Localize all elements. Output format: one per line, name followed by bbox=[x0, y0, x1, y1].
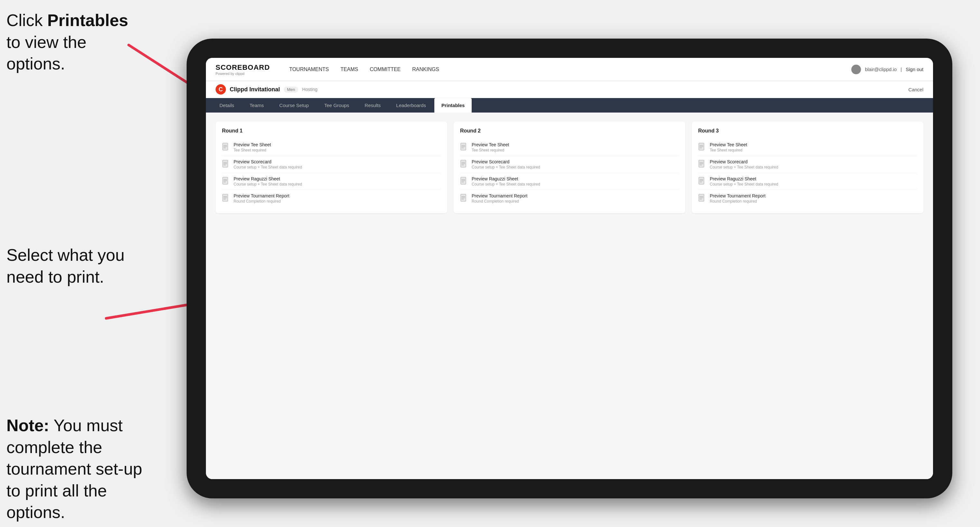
round-1-item-4[interactable]: Preview Tournament ReportRound Completio… bbox=[222, 190, 441, 207]
nav-rankings[interactable]: RANKINGS bbox=[412, 65, 439, 74]
round-2-item-2[interactable]: Preview ScorecardCourse setup + Tee Shee… bbox=[460, 156, 679, 173]
round-1-item-1-title: Preview Tee Sheet bbox=[234, 142, 271, 147]
round-1-item-3-subtitle: Course setup + Tee Sheet data required bbox=[234, 182, 302, 186]
document-icon bbox=[222, 177, 230, 186]
tablet-frame: SCOREBOARD Powered by clippd TOURNAMENTS… bbox=[187, 38, 952, 498]
round-1-title: Round 1 bbox=[222, 128, 441, 134]
user-email: blair@clippd.io bbox=[865, 67, 897, 72]
top-nav: SCOREBOARD Powered by clippd TOURNAMENTS… bbox=[206, 58, 933, 81]
top-nav-items: TOURNAMENTS TEAMS COMMITTEE RANKINGS bbox=[289, 65, 839, 74]
tab-teams[interactable]: Teams bbox=[243, 98, 271, 113]
tournament-info: C Clippd Invitational Men Hosting bbox=[216, 84, 318, 95]
sub-header: C Clippd Invitational Men Hosting Cancel bbox=[206, 81, 933, 98]
round-3-item-4[interactable]: Preview Tournament ReportRound Completio… bbox=[698, 190, 917, 207]
instruction-bottom: Note: You must complete the tournament s… bbox=[6, 415, 158, 524]
round-1-item-1-subtitle: Tee Sheet required bbox=[234, 148, 271, 152]
round-1-item-2-subtitle: Course setup + Tee Sheet data required bbox=[234, 165, 302, 170]
document-icon bbox=[222, 143, 230, 152]
instruction-mid: Select what you need to print. bbox=[6, 244, 151, 288]
round-1-item-4-subtitle: Round Completion required bbox=[234, 199, 289, 203]
round-2-item-3[interactable]: Preview Raguzzi SheetCourse setup + Tee … bbox=[460, 173, 679, 190]
round-1-item-3-title: Preview Raguzzi Sheet bbox=[234, 176, 302, 181]
round-1-item-2-text: Preview ScorecardCourse setup + Tee Shee… bbox=[234, 159, 302, 170]
round-2-section: Round 2 Preview Tee SheetTee Sheet requi… bbox=[453, 122, 685, 213]
round-3-item-3-title: Preview Raguzzi Sheet bbox=[710, 176, 778, 181]
round-2-item-1-text: Preview Tee SheetTee Sheet required bbox=[472, 142, 509, 152]
tournament-badge: Men bbox=[284, 86, 298, 93]
round-2-item-3-subtitle: Course setup + Tee Sheet data required bbox=[472, 182, 540, 186]
round-1-item-3-text: Preview Raguzzi SheetCourse setup + Tee … bbox=[234, 176, 302, 186]
document-icon bbox=[222, 160, 230, 169]
round-3-item-1-subtitle: Tee Sheet required bbox=[710, 148, 747, 152]
round-2-item-4-text: Preview Tournament ReportRound Completio… bbox=[472, 193, 527, 203]
round-3-item-3[interactable]: Preview Raguzzi SheetCourse setup + Tee … bbox=[698, 173, 917, 190]
round-3-item-2[interactable]: Preview ScorecardCourse setup + Tee Shee… bbox=[698, 156, 917, 173]
tablet-screen: SCOREBOARD Powered by clippd TOURNAMENTS… bbox=[206, 58, 933, 479]
round-1-item-2[interactable]: Preview ScorecardCourse setup + Tee Shee… bbox=[222, 156, 441, 173]
main-content: Round 1 Preview Tee SheetTee Sheet requi… bbox=[206, 113, 933, 479]
round-3-item-4-title: Preview Tournament Report bbox=[710, 193, 765, 198]
tab-details[interactable]: Details bbox=[212, 98, 241, 113]
tab-course-setup[interactable]: Course Setup bbox=[272, 98, 316, 113]
round-3-item-1[interactable]: Preview Tee SheetTee Sheet required bbox=[698, 139, 917, 156]
round-2-item-1-subtitle: Tee Sheet required bbox=[472, 148, 509, 152]
round-3-section: Round 3 Preview Tee SheetTee Sheet requi… bbox=[692, 122, 923, 213]
tournament-status: Hosting bbox=[302, 87, 317, 92]
tab-tee-groups[interactable]: Tee Groups bbox=[317, 98, 356, 113]
tab-printables[interactable]: Printables bbox=[434, 98, 472, 113]
nav-committee[interactable]: COMMITTEE bbox=[370, 65, 401, 74]
round-2-title: Round 2 bbox=[460, 128, 679, 134]
instruction-top: Click Printables to view the options. bbox=[6, 10, 142, 75]
signout-link[interactable]: Sign out bbox=[906, 67, 923, 72]
top-nav-right: blair@clippd.io | Sign out bbox=[851, 65, 923, 74]
instruction-mid-text: Select what you need to print. bbox=[6, 246, 124, 286]
round-2-item-1-title: Preview Tee Sheet bbox=[472, 142, 509, 147]
round-1-item-4-title: Preview Tournament Report bbox=[234, 193, 289, 198]
round-1-item-3[interactable]: Preview Raguzzi SheetCourse setup + Tee … bbox=[222, 173, 441, 190]
round-2-item-4-subtitle: Round Completion required bbox=[472, 199, 527, 203]
nav-teams[interactable]: TEAMS bbox=[340, 65, 358, 74]
instruction-bottom-text: Note: You must complete the tournament s… bbox=[6, 416, 142, 522]
tab-bar: Details Teams Course Setup Tee Groups Re… bbox=[206, 98, 933, 113]
round-2-item-4-title: Preview Tournament Report bbox=[472, 193, 527, 198]
document-icon bbox=[460, 194, 468, 203]
document-icon bbox=[222, 194, 230, 203]
round-2-item-1[interactable]: Preview Tee SheetTee Sheet required bbox=[460, 139, 679, 156]
signout-separator: | bbox=[900, 67, 902, 72]
round-2-item-2-title: Preview Scorecard bbox=[472, 159, 540, 164]
document-icon bbox=[698, 194, 706, 203]
round-2-item-3-title: Preview Raguzzi Sheet bbox=[472, 176, 540, 181]
scoreboard-logo: SCOREBOARD Powered by clippd bbox=[216, 63, 270, 76]
round-3-item-4-subtitle: Round Completion required bbox=[710, 199, 765, 203]
round-3-item-2-text: Preview ScorecardCourse setup + Tee Shee… bbox=[710, 159, 778, 170]
instruction-top-text: Click Printables to view the options. bbox=[6, 11, 128, 73]
round-3-item-1-text: Preview Tee SheetTee Sheet required bbox=[710, 142, 747, 152]
round-3-item-3-text: Preview Raguzzi SheetCourse setup + Tee … bbox=[710, 176, 778, 186]
round-1-item-1-text: Preview Tee SheetTee Sheet required bbox=[234, 142, 271, 152]
tournament-name: Clippd Invitational bbox=[230, 86, 280, 93]
document-icon bbox=[698, 160, 706, 169]
round-1-item-2-title: Preview Scorecard bbox=[234, 159, 302, 164]
cancel-button[interactable]: Cancel bbox=[908, 87, 923, 92]
document-icon bbox=[460, 143, 468, 152]
round-3-item-3-subtitle: Course setup + Tee Sheet data required bbox=[710, 182, 778, 186]
round-3-item-2-title: Preview Scorecard bbox=[710, 159, 778, 164]
tab-leaderboards[interactable]: Leaderboards bbox=[389, 98, 433, 113]
round-1-item-1[interactable]: Preview Tee SheetTee Sheet required bbox=[222, 139, 441, 156]
tournament-logo: C bbox=[216, 84, 226, 95]
user-avatar bbox=[851, 65, 861, 74]
round-3-item-2-subtitle: Course setup + Tee Sheet data required bbox=[710, 165, 778, 170]
nav-tournaments[interactable]: TOURNAMENTS bbox=[289, 65, 329, 74]
scoreboard-title: SCOREBOARD bbox=[216, 63, 270, 72]
round-3-item-1-title: Preview Tee Sheet bbox=[710, 142, 747, 147]
round-2-item-2-subtitle: Course setup + Tee Sheet data required bbox=[472, 165, 540, 170]
round-3-title: Round 3 bbox=[698, 128, 917, 134]
document-icon bbox=[698, 177, 706, 186]
document-icon bbox=[460, 160, 468, 169]
round-2-item-3-text: Preview Raguzzi SheetCourse setup + Tee … bbox=[472, 176, 540, 186]
round-2-item-4[interactable]: Preview Tournament ReportRound Completio… bbox=[460, 190, 679, 207]
round-1-section: Round 1 Preview Tee SheetTee Sheet requi… bbox=[216, 122, 447, 213]
scoreboard-subtitle: Powered by clippd bbox=[216, 72, 270, 76]
tab-results[interactable]: Results bbox=[358, 98, 388, 113]
round-3-item-4-text: Preview Tournament ReportRound Completio… bbox=[710, 193, 765, 203]
